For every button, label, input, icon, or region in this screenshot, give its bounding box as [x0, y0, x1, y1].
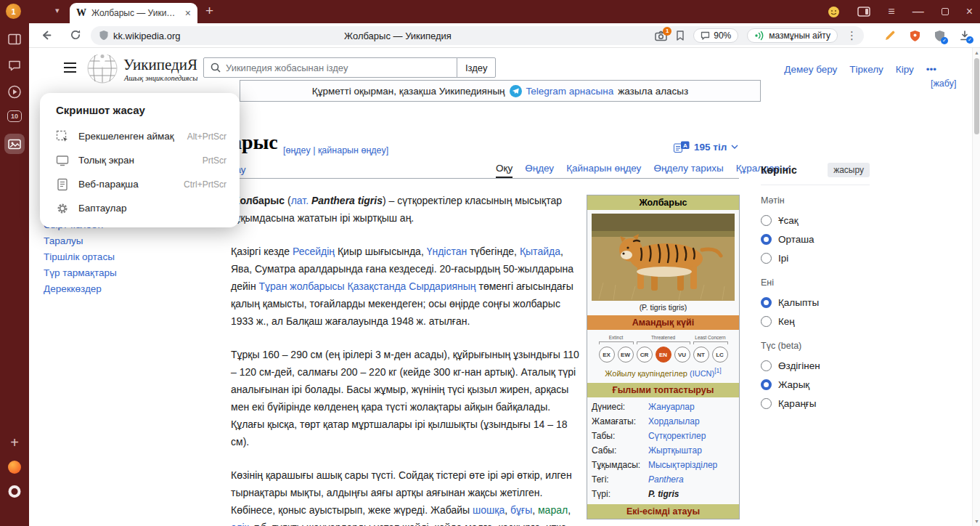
- taxonomy-value[interactable]: Сүтқоректілер: [648, 429, 706, 443]
- radio-button[interactable]: [761, 360, 772, 371]
- url-text[interactable]: kk.wikipedia.org: [113, 31, 181, 41]
- toc-item[interactable]: Дереккөздер: [44, 283, 117, 294]
- zoom-indicator[interactable]: 90%: [693, 28, 738, 43]
- taxonomy-value[interactable]: Мысықтәрізділер: [648, 458, 717, 472]
- new-tab-button[interactable]: +: [205, 3, 213, 19]
- taxonomy-value[interactable]: Хордалылар: [648, 414, 700, 429]
- toc-item[interactable]: Таралуы: [44, 235, 117, 246]
- appearance-option-өздігінен[interactable]: Өздігінен: [761, 356, 870, 375]
- tab-counter-badge[interactable]: 10: [7, 110, 22, 122]
- radio-button[interactable]: [761, 379, 772, 390]
- appearance-option-ірі[interactable]: Ірі: [761, 248, 870, 267]
- wiki-link[interactable]: Тұран жолбарысы: [259, 280, 345, 292]
- more-menu-icon[interactable]: •••: [926, 64, 936, 75]
- hide-appearance-button[interactable]: жасыру: [828, 163, 870, 177]
- appearance-option-кең[interactable]: Кең: [761, 312, 870, 331]
- toc-item[interactable]: Түр тармақтары: [44, 267, 117, 278]
- wiki-link[interactable]: марал: [538, 504, 568, 516]
- appearance-option-ұсақ[interactable]: Ұсақ: [761, 211, 870, 230]
- banner-close-link[interactable]: [жабу]: [931, 78, 956, 89]
- wiki-link[interactable]: Сырдарияның: [409, 280, 475, 292]
- edit-pen-icon[interactable]: [884, 30, 896, 41]
- appearance-option-орташа[interactable]: Орташа: [761, 230, 870, 248]
- radio-button[interactable]: [761, 215, 772, 226]
- search-input[interactable]: [226, 62, 450, 73]
- security-shield-check-icon[interactable]: ✓: [934, 30, 945, 42]
- menu-item-3[interactable]: Веб-парақшаCtrl+PrtScr: [40, 172, 240, 196]
- radio-button[interactable]: [761, 297, 772, 308]
- menu-item-2[interactable]: Толық экранPrtScr: [40, 148, 240, 172]
- wiki-link[interactable]: бұғы: [510, 504, 532, 516]
- appearance-option-қалыпты[interactable]: Қалыпты: [761, 293, 870, 312]
- maximize-button[interactable]: [942, 8, 949, 15]
- wiki-link[interactable]: Қытайда: [520, 246, 560, 257]
- tab-history[interactable]: Өңделу тарихы: [653, 163, 723, 177]
- donate-link[interactable]: Демеу беру: [784, 64, 837, 75]
- bookmark-flag-icon[interactable]: [676, 31, 685, 41]
- wiki-link[interactable]: лат.: [291, 195, 309, 206]
- chat-icon[interactable]: [8, 60, 21, 72]
- sidebar-panel-icon[interactable]: [8, 33, 21, 45]
- tab-close-icon[interactable]: ×: [185, 7, 191, 19]
- wiki-link[interactable]: Үндістан: [427, 246, 467, 257]
- alice-assistant-icon[interactable]: [8, 461, 21, 474]
- browser-tab[interactable]: W Жолбарыс — Уикипедия ×: [70, 3, 197, 23]
- wiki-link[interactable]: шошқа: [473, 504, 505, 516]
- page-scrollbar[interactable]: ▲ ▼: [972, 48, 980, 526]
- menu-item-1[interactable]: Ерекшеленген аймақAlt+PrtScr: [40, 124, 240, 148]
- screenshot-tool-icon[interactable]: [4, 134, 25, 154]
- radio-button[interactable]: [761, 253, 772, 264]
- scroll-down-icon[interactable]: ▼: [973, 519, 980, 524]
- tiger-image[interactable]: [592, 214, 735, 301]
- wiki-link[interactable]: Ресейдің: [293, 246, 335, 257]
- tab-edit-source[interactable]: Қайнарын өңдеу: [566, 163, 641, 177]
- search-button[interactable]: Іздеу: [457, 57, 496, 78]
- taxonomy-value[interactable]: Panthera: [648, 472, 684, 487]
- wikipedia-wordmark[interactable]: УикипедиЯ: [123, 56, 197, 74]
- emoji-icon[interactable]: [828, 6, 840, 18]
- address-menu-icon[interactable]: ⋮: [846, 29, 857, 42]
- scrollbar-thumb[interactable]: [974, 58, 979, 134]
- read-aloud-button[interactable]: мазмұнын айту: [747, 28, 838, 43]
- wiki-link[interactable]: елік: [231, 522, 249, 526]
- title-edit-links[interactable]: [өңдеу | қайнарын өңдеу]: [283, 145, 388, 155]
- tab-read[interactable]: Оқу: [496, 163, 513, 178]
- sidebar-add-icon[interactable]: +: [10, 434, 19, 451]
- reload-button[interactable]: [70, 29, 81, 41]
- telegram-link[interactable]: Telegram арнасына: [526, 86, 614, 97]
- video-play-icon[interactable]: [8, 85, 22, 99]
- menu-item-4[interactable]: Баптаулар: [40, 196, 240, 220]
- appearance-option-қараңғы[interactable]: Қараңғы: [761, 394, 870, 413]
- login-link[interactable]: Кіру: [896, 64, 914, 75]
- radio-button[interactable]: [761, 398, 772, 409]
- wiki-link[interactable]: Қазақстанда: [348, 280, 407, 292]
- radio-button[interactable]: [761, 234, 772, 245]
- taxonomy-value[interactable]: Жыртқыштар: [648, 443, 702, 458]
- browser-menu-icon[interactable]: ≡: [888, 6, 894, 17]
- close-window-button[interactable]: ×: [966, 6, 973, 17]
- scroll-up-icon[interactable]: ▲: [973, 50, 980, 55]
- screenshot-camera-icon[interactable]: 1: [655, 31, 667, 41]
- appearance-option-жарық[interactable]: Жарық: [761, 375, 870, 394]
- tab-edit[interactable]: Өңдеу: [525, 163, 554, 177]
- tab-group-badge[interactable]: 1: [6, 4, 21, 19]
- back-button[interactable]: [40, 29, 52, 41]
- taxonomy-row: Жамағаты:Хордалылар: [592, 414, 735, 429]
- protect-shield-icon[interactable]: [910, 30, 920, 42]
- side-panels-icon[interactable]: [857, 7, 870, 17]
- iucn-link[interactable]: (IUCN): [690, 369, 714, 378]
- wikipedia-logo[interactable]: [86, 51, 119, 84]
- radio-button[interactable]: [761, 316, 772, 327]
- toc-item[interactable]: Тіршілік ортасы: [44, 251, 117, 262]
- download-icon[interactable]: ✓: [959, 30, 971, 41]
- tab-list-chevron-icon[interactable]: ▾: [55, 6, 60, 15]
- wiki-menu-icon[interactable]: [64, 62, 76, 76]
- register-link[interactable]: Тіркелу: [849, 64, 883, 75]
- taxonomy-value[interactable]: Жануарлар: [648, 400, 695, 414]
- minimize-button[interactable]: —: [912, 6, 924, 17]
- address-field[interactable]: kk.wikipedia.org Жолбарыс — Уикипедия 1 …: [91, 26, 864, 45]
- site-security-icon[interactable]: [99, 30, 109, 41]
- language-selector[interactable]: A 195 тіл: [674, 141, 738, 153]
- status-ref[interactable]: [1]: [714, 367, 721, 374]
- wiki-search-box[interactable]: [203, 57, 457, 78]
